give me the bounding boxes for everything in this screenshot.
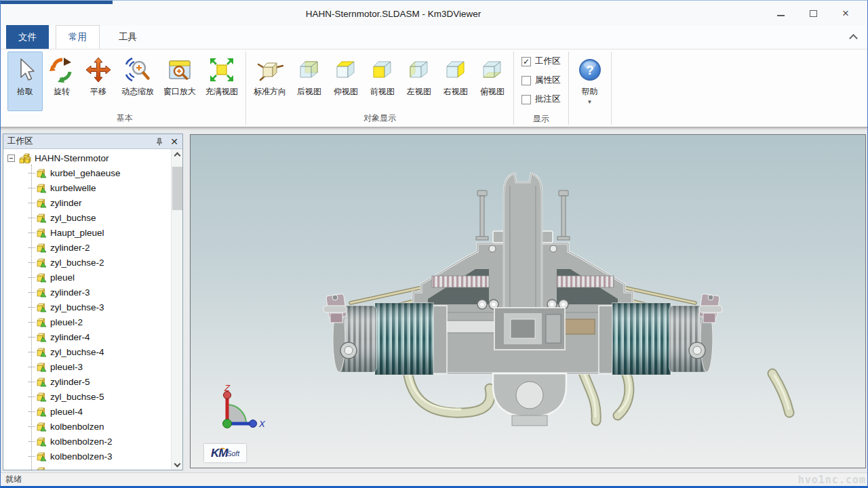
checkbox-box-annotations[interactable] [521,95,531,104]
chevron-down-icon [174,461,180,468]
ribbon-button-view-front[interactable]: 前视图 [365,52,400,111]
part-icon [36,227,47,238]
ribbon-button-label: 拾取 [17,86,33,98]
collapse-ribbon-icon[interactable] [849,34,858,43]
tree-connector [28,456,35,457]
tree-root-label: HAHN-Sternmotor [35,153,109,163]
tree-collapse-icon[interactable] [7,155,15,162]
tree-item[interactable]: pleuel-2 [3,314,170,329]
ribbon-button-label: 平移 [90,86,106,98]
tree-item[interactable]: zyl_buchse-5 [3,389,170,404]
checkbox-workspace[interactable]: ✓工作区 [521,56,561,67]
std-orientation-icon [256,56,283,83]
tree-connector [28,188,35,188]
ribbon-button-pick[interactable]: 拾取 [7,52,43,111]
checkbox-properties[interactable]: 属性区 [521,75,561,86]
tab-file[interactable]: 文件 [6,25,49,49]
tree-item[interactable]: zyl_buchse-2 [3,255,170,270]
cursor-icon [12,56,39,83]
tree-item[interactable]: kolbenbolzen-3 [3,449,170,464]
window-controls: × [764,1,862,26]
workspace-panel-title: 工作区 [7,136,33,147]
ribbon-group-separator [568,52,569,125]
coordinate-triad: Z X [211,384,268,439]
checkbox-annotations[interactable]: 批注区 [521,94,561,105]
ribbon-button-view-bottom[interactable]: 仰视图 [328,52,363,111]
checkbox-box-workspace[interactable]: ✓ [521,57,531,66]
tree-item[interactable]: pleuel [3,270,170,285]
part-icon [36,167,47,178]
statusbar: 就绪 hvo1nc.com [1,472,867,486]
tree-item[interactable]: kurbelwelle [3,180,170,195]
ribbon-button-view-right[interactable]: 右视图 [438,52,473,111]
cube-top-icon [479,56,506,83]
tree-item[interactable]: zylinder-3 [3,285,170,300]
help-icon [576,56,604,83]
ribbon-button-label: 仰视图 [334,86,358,98]
pin-icon[interactable] [155,138,163,146]
chevron-up-icon [174,152,180,159]
tree-item[interactable]: Haupt_pleuel [3,225,170,240]
tree-item[interactable]: zylinder-4 [3,329,170,344]
part-icon [36,331,47,342]
ribbon-button-zoom-window[interactable]: 窗口放大 [159,52,200,111]
tree-item[interactable]: zyl_buchse-3 [3,300,170,314]
part-icon [36,242,47,253]
part-icon [36,197,47,208]
checkbox-box-properties[interactable] [521,76,531,85]
tree-item-label: pleuel-2 [50,317,83,327]
ribbon-button-help[interactable]: 帮助▼ [572,52,608,115]
tree-item-label: pleuel [50,272,75,283]
tree-item[interactable]: zylinder [3,195,170,210]
axis-x-label: X [258,419,266,429]
tree-item-label: kolbenbolzen-3 [50,451,113,462]
tree-item[interactable]: pleuel-4 [3,404,170,419]
ribbon-button-label: 前视图 [370,86,395,98]
tab-common[interactable]: 常用 [56,25,100,49]
ribbon-button-label: 左视图 [407,86,431,98]
ribbon-button-pan[interactable]: 平移 [81,52,116,111]
fit-view-icon [208,56,235,83]
ribbon-group-separator [513,52,514,125]
checkbox-label: 工作区 [535,56,561,67]
tree-item[interactable]: zyl_buchse [3,210,170,225]
tree-item[interactable]: pleuel-3 [3,359,170,374]
tab-tools[interactable]: 工具 [106,25,149,49]
scroll-up-button[interactable] [172,153,182,164]
tree-item[interactable]: kolbenbolzen [3,419,170,434]
tree-connector [28,382,35,382]
ribbon-button-std-orientation[interactable]: 标准方向 [250,52,290,111]
ribbon-group-content-basic: 拾取旋转平移动态缩放窗口放大充满视图 [5,49,245,112]
tree-item[interactable]: zylinder-2 [3,240,170,255]
ribbon-button-view-top[interactable]: 俯视图 [475,52,510,111]
km-soft-logo: KM Soft [204,444,246,462]
ribbon-button-zoom-dynamic[interactable]: 动态缩放 [117,52,158,111]
tree-item[interactable]: kurbel_gehaeuse [3,165,170,180]
tree-root-item[interactable]: HAHN-Sternmotor [3,150,170,165]
tree-item[interactable]: zylinder-5 [3,374,170,389]
ribbon-button-view-back[interactable]: 后视图 [292,52,327,111]
panel-close-icon[interactable]: ✕ [170,138,178,146]
tree-item-partial[interactable] [3,464,170,470]
ribbon-group-basic: 拾取旋转平移动态缩放窗口放大充满视图基本 [5,49,245,127]
scrollbar-thumb[interactable] [172,167,182,210]
ribbon-button-label: 后视图 [297,86,321,98]
minimize-button[interactable] [764,1,797,26]
tree-item[interactable]: zyl_buchse-4 [3,344,170,359]
part-icon [36,436,47,447]
ribbon-button-fit-view[interactable]: 充满视图 [201,52,242,111]
ribbon-button-view-left[interactable]: 左视图 [401,52,437,111]
checkbox-label: 属性区 [535,75,561,86]
tree-item-label: kolbenbolzen-2 [50,436,113,447]
part-icon [36,466,47,470]
maximize-button[interactable] [797,1,829,26]
scroll-down-button[interactable] [172,459,182,470]
zoom-window-icon [166,56,193,83]
viewport-3d[interactable]: Z X KM Soft [190,134,866,468]
close-button[interactable]: × [829,1,862,26]
tree-connector [28,203,35,203]
tree-scrollbar[interactable] [171,149,182,470]
part-icon [36,212,47,223]
ribbon-button-rotate[interactable]: 旋转 [44,52,79,111]
tree-item[interactable]: kolbenbolzen-2 [3,434,170,449]
